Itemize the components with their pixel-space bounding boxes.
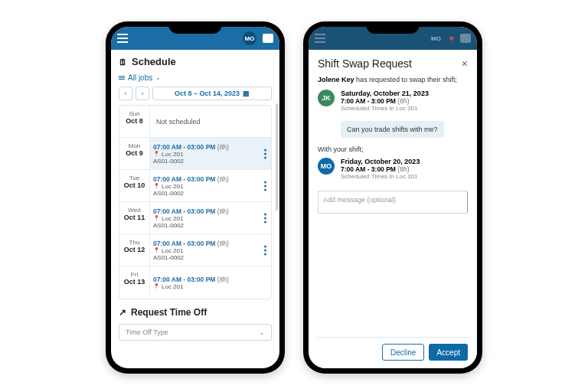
app-bar: MO: [111, 27, 279, 50]
not-scheduled-label: Not scheduled: [150, 106, 271, 137]
day-row[interactable]: WedOct 11 07:00 AM - 03:00 PM (8h) 📍Loc …: [119, 202, 271, 234]
calendar-icon: 🗓: [119, 57, 127, 67]
week-picker[interactable]: Oct 8 – Oct 14, 2023 ▦: [152, 87, 272, 100]
kebab-icon[interactable]: [264, 245, 266, 255]
modal-title: Shift Swap Request: [318, 57, 412, 70]
rto-title: ↗ Request Time Off: [119, 307, 272, 318]
accept-button[interactable]: Accept: [429, 344, 468, 361]
decline-button[interactable]: Decline: [382, 344, 424, 361]
menu-icon[interactable]: [117, 34, 128, 43]
prev-week-button[interactable]: ‹: [119, 87, 132, 100]
chat-icon: [460, 34, 471, 43]
kebab-icon[interactable]: [264, 149, 266, 158]
pin-icon: 📍: [153, 215, 160, 221]
day-row[interactable]: FriOct 13 07:00 AM - 03:00 PM (8h) 📍Loc …: [119, 266, 271, 299]
phone-schedule: MO 🗓 Schedule All jobs ⌄ ‹ ›: [106, 21, 285, 374]
avatar: MO: [429, 31, 443, 45]
pin-icon: 📍: [153, 151, 160, 157]
message-input[interactable]: Add message (optional): [318, 191, 468, 214]
page-title: 🗓 Schedule: [119, 56, 272, 67]
pin-icon: 📍: [153, 283, 160, 289]
request-line: Jolene Key has requested to swap their s…: [318, 76, 468, 83]
chevron-down-icon: ⌄: [155, 74, 161, 81]
avatar-mo: MO: [318, 158, 335, 175]
pin-icon: 📍: [153, 183, 160, 189]
job-filter[interactable]: All jobs ⌄: [119, 74, 272, 82]
chevron-down-icon: ⌄: [259, 328, 265, 336]
their-shift: JK Saturday, October 21, 2023 7:00 AM - …: [318, 90, 468, 112]
app-bar: MO ♥: [309, 27, 477, 50]
time-off-type-select[interactable]: Time Off Type ⌄: [119, 324, 272, 341]
chat-icon[interactable]: [263, 34, 273, 43]
your-shift: MO Friday, October 20, 2023 7:00 AM - 3:…: [318, 158, 468, 180]
swap-message: Can you trade shifts with me?: [341, 121, 444, 138]
kebab-icon[interactable]: [264, 181, 266, 191]
scrollbar[interactable]: [276, 103, 278, 211]
list-icon: [119, 76, 125, 80]
day-row[interactable]: TueOct 10 07:00 AM - 03:00 PM (8h) 📍Loc …: [119, 170, 271, 202]
avatar[interactable]: MO: [243, 31, 256, 45]
day-row[interactable]: MonOct 9 07:00 AM - 03:00 PM (8h) 📍Loc 2…: [119, 138, 271, 170]
next-week-button[interactable]: ›: [136, 87, 149, 100]
pin-icon: 📍: [153, 247, 160, 253]
kebab-icon[interactable]: [264, 213, 266, 223]
schedule-list: SunOct 8 Not scheduled MonOct 9 07:00 AM…: [119, 105, 272, 299]
with-label: With your shift;: [318, 145, 468, 153]
phone-swap-request: MO ♥ Shift Swap Request × Jolene Key has…: [303, 21, 482, 374]
calendar-icon: ▦: [243, 90, 250, 97]
day-row[interactable]: ThuOct 12 07:00 AM - 03:00 PM (8h) 📍Loc …: [119, 234, 271, 266]
avatar-jk: JK: [318, 90, 335, 106]
menu-icon: [315, 34, 325, 43]
notification-icon: ♥: [449, 34, 454, 43]
close-icon[interactable]: ×: [462, 57, 468, 70]
arrow-icon: ↗: [119, 307, 126, 318]
day-row[interactable]: SunOct 8 Not scheduled: [119, 106, 271, 138]
